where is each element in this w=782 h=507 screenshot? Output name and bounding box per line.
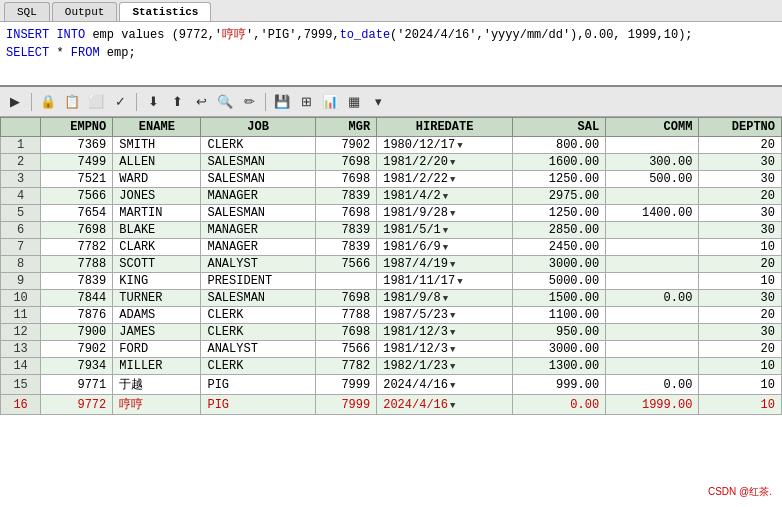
- cell-sal: 800.00: [512, 137, 605, 154]
- table-row[interactable]: 107844TURNERSALESMAN76981981/9/8▼1500.00…: [1, 290, 782, 307]
- check-button[interactable]: ✓: [109, 91, 131, 113]
- table-button[interactable]: ▦: [343, 91, 365, 113]
- cell-mgr: 7566: [315, 341, 376, 358]
- cell-empno: 7934: [41, 358, 113, 375]
- sql-editor[interactable]: INSERT INTO emp values (9772,'哼哼','PIG',…: [0, 22, 782, 87]
- cell-mgr: 7902: [315, 137, 376, 154]
- dropdown-arrow-icon[interactable]: ▼: [457, 141, 462, 151]
- table-row[interactable]: 77782CLARKMANAGER78391981/6/9▼2450.0010: [1, 239, 782, 256]
- dropdown-arrow-icon[interactable]: ▼: [450, 362, 455, 372]
- cell-job: MANAGER: [201, 188, 315, 205]
- dropdown-arrow-icon[interactable]: ▼: [450, 260, 455, 270]
- row-number: 11: [1, 307, 41, 324]
- cell-mgr: 7999: [315, 375, 376, 395]
- dropdown-arrow-icon[interactable]: ▼: [443, 243, 448, 253]
- sql-line-1: INSERT INTO emp values (9772,'哼哼','PIG',…: [6, 26, 776, 44]
- tab-statistics[interactable]: Statistics: [119, 2, 211, 21]
- cell-hiredate: 1981/6/9▼: [377, 239, 513, 256]
- table-row[interactable]: 57654MARTINSALESMAN76981981/9/28▼1250.00…: [1, 205, 782, 222]
- cell-hiredate: 1981/2/22▼: [377, 171, 513, 188]
- cell-deptno: 20: [699, 188, 782, 205]
- tab-sql[interactable]: SQL: [4, 2, 50, 21]
- cell-ename: BLAKE: [113, 222, 201, 239]
- table-row[interactable]: 97839KINGPRESIDENT1981/11/17▼5000.0010: [1, 273, 782, 290]
- cell-job: SALESMAN: [201, 290, 315, 307]
- run-button[interactable]: ▶: [4, 91, 26, 113]
- cell-ename: JAMES: [113, 324, 201, 341]
- col-header-comm: COMM: [606, 118, 699, 137]
- table-row[interactable]: 87788SCOTTANALYST75661987/4/19▼3000.0020: [1, 256, 782, 273]
- copy-button[interactable]: 📋: [61, 91, 83, 113]
- dropdown-button[interactable]: ▾: [367, 91, 389, 113]
- cell-empno: 7876: [41, 307, 113, 324]
- table-row[interactable]: 67698BLAKEMANAGER78391981/5/1▼2850.0030: [1, 222, 782, 239]
- lock-button[interactable]: 🔒: [37, 91, 59, 113]
- table-row[interactable]: 27499ALLENSALESMAN76981981/2/20▼1600.003…: [1, 154, 782, 171]
- cell-sal: 3000.00: [512, 256, 605, 273]
- cell-hiredate: 1981/5/1▼: [377, 222, 513, 239]
- dropdown-arrow-icon[interactable]: ▼: [443, 226, 448, 236]
- row-number: 13: [1, 341, 41, 358]
- find-button[interactable]: 🔍: [214, 91, 236, 113]
- dropdown-arrow-icon[interactable]: ▼: [450, 345, 455, 355]
- cell-comm: [606, 324, 699, 341]
- chart-button[interactable]: 📊: [319, 91, 341, 113]
- dropdown-arrow-icon[interactable]: ▼: [443, 192, 448, 202]
- edit-button[interactable]: ✏: [238, 91, 260, 113]
- cell-job: MANAGER: [201, 239, 315, 256]
- cell-deptno: 30: [699, 154, 782, 171]
- table-row[interactable]: 169772哼哼PIG79992024/4/16▼0.001999.0010: [1, 395, 782, 415]
- dropdown-arrow-icon[interactable]: ▼: [450, 381, 455, 391]
- cell-ename: ALLEN: [113, 154, 201, 171]
- grid-button[interactable]: ⊞: [295, 91, 317, 113]
- cell-ename: KING: [113, 273, 201, 290]
- cell-comm: [606, 358, 699, 375]
- cell-empno: 7369: [41, 137, 113, 154]
- cell-deptno: 20: [699, 341, 782, 358]
- cell-mgr: 7698: [315, 171, 376, 188]
- cell-comm: [606, 307, 699, 324]
- cell-deptno: 20: [699, 307, 782, 324]
- table-row[interactable]: 147934MILLERCLERK77821982/1/23▼1300.0010: [1, 358, 782, 375]
- table-row[interactable]: 47566JONESMANAGER78391981/4/2▼2975.0020: [1, 188, 782, 205]
- down-button[interactable]: ⬇: [142, 91, 164, 113]
- table-row[interactable]: 159771于越PIG79992024/4/16▼999.000.0010: [1, 375, 782, 395]
- cell-hiredate: 1981/9/8▼: [377, 290, 513, 307]
- cell-deptno: 20: [699, 256, 782, 273]
- table-row[interactable]: 137902FORDANALYST75661981/12/3▼3000.0020: [1, 341, 782, 358]
- clear-button[interactable]: ⬜: [85, 91, 107, 113]
- cell-empno: 7499: [41, 154, 113, 171]
- dropdown-arrow-icon[interactable]: ▼: [450, 401, 455, 411]
- cell-sal: 1300.00: [512, 358, 605, 375]
- up-button[interactable]: ⬆: [166, 91, 188, 113]
- dropdown-arrow-icon[interactable]: ▼: [443, 294, 448, 304]
- cell-comm: 300.00: [606, 154, 699, 171]
- cell-empno: 7788: [41, 256, 113, 273]
- cell-mgr: 7839: [315, 239, 376, 256]
- table-row[interactable]: 37521WARDSALESMAN76981981/2/22▼1250.0050…: [1, 171, 782, 188]
- cell-job: CLERK: [201, 307, 315, 324]
- dropdown-arrow-icon[interactable]: ▼: [457, 277, 462, 287]
- cell-comm: 1400.00: [606, 205, 699, 222]
- cell-empno: 7654: [41, 205, 113, 222]
- cell-deptno: 30: [699, 324, 782, 341]
- row-number: 3: [1, 171, 41, 188]
- dropdown-arrow-icon[interactable]: ▼: [450, 158, 455, 168]
- cell-deptno: 30: [699, 222, 782, 239]
- cell-ename: FORD: [113, 341, 201, 358]
- dropdown-arrow-icon[interactable]: ▼: [450, 311, 455, 321]
- table-row[interactable]: 17369SMITHCLERK79021980/12/17▼800.0020: [1, 137, 782, 154]
- cell-mgr: 7839: [315, 222, 376, 239]
- save-button[interactable]: 💾: [271, 91, 293, 113]
- table-row[interactable]: 127900JAMESCLERK76981981/12/3▼950.0030: [1, 324, 782, 341]
- tab-output[interactable]: Output: [52, 2, 118, 21]
- table-row[interactable]: 117876ADAMSCLERK77881987/5/23▼1100.0020: [1, 307, 782, 324]
- dropdown-arrow-icon[interactable]: ▼: [450, 175, 455, 185]
- dropdown-arrow-icon[interactable]: ▼: [450, 209, 455, 219]
- cell-deptno: 10: [699, 239, 782, 256]
- data-grid-container[interactable]: EMPNO ENAME JOB MGR HIREDATE SAL COMM DE…: [0, 117, 782, 507]
- dropdown-arrow-icon[interactable]: ▼: [450, 328, 455, 338]
- undo-button[interactable]: ↩: [190, 91, 212, 113]
- cell-comm: 0.00: [606, 290, 699, 307]
- cell-job: ANALYST: [201, 256, 315, 273]
